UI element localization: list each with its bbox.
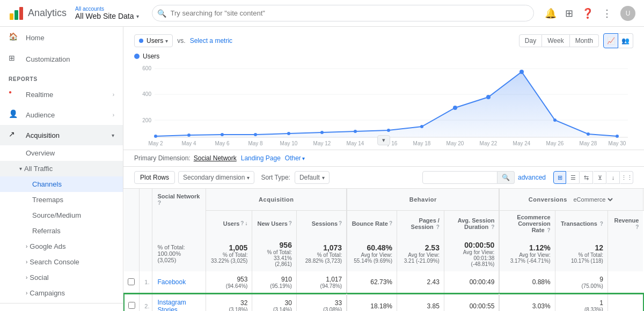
search-wrapper: 🔍 bbox=[152, 5, 535, 21]
chevron-right-icon3: › bbox=[26, 243, 27, 249]
filter-icon[interactable]: ⊻ bbox=[594, 171, 606, 184]
chart-expand-btn[interactable]: ▾ bbox=[377, 135, 390, 145]
network-help-icon[interactable]: ? bbox=[158, 199, 162, 206]
sidebar-leaf-treemaps[interactable]: Treemaps bbox=[0, 192, 123, 208]
secondary-dim-button[interactable]: Secondary dimension ▾ bbox=[178, 171, 254, 184]
metric-dot bbox=[139, 39, 143, 43]
avg-session-header[interactable]: Avg. SessionDuration ? bbox=[444, 210, 499, 236]
view-week-button[interactable]: Week bbox=[542, 34, 569, 47]
download-icon[interactable]: ↓ bbox=[607, 171, 620, 184]
view-day-button[interactable]: Day bbox=[519, 34, 542, 47]
search-input[interactable] bbox=[152, 5, 535, 21]
chevron-right-icon5: › bbox=[26, 275, 27, 280]
sidebar-item-campaigns[interactable]: › Campaigns bbox=[0, 285, 123, 301]
row2-revenue bbox=[608, 294, 643, 312]
metric-button[interactable]: Users ▾ bbox=[134, 34, 173, 47]
table-search-button[interactable]: 🔍 bbox=[497, 171, 515, 184]
select-metric-link[interactable]: Select a metric bbox=[190, 37, 232, 45]
table-wrapper: Social Network ? Acquisition Behavior Co… bbox=[123, 189, 644, 311]
new-users-help-icon[interactable]: ? bbox=[289, 220, 292, 226]
total-sessions-pct: % of Total: 28.82% (3,723) bbox=[301, 252, 342, 264]
ecom-rate-help-icon[interactable]: ? bbox=[547, 227, 551, 233]
checkbox-1[interactable] bbox=[128, 278, 135, 285]
dim-landing-page[interactable]: Landing Page bbox=[241, 154, 281, 162]
col-num-header bbox=[139, 189, 152, 210]
sidebar-item-all-traffic[interactable]: ▾ All Traffic bbox=[0, 161, 123, 176]
sidebar-leaf-source-medium[interactable]: Source/Medium bbox=[0, 208, 123, 223]
table-settings-icon[interactable]: ⋮⋮ bbox=[620, 171, 633, 184]
sidebar-item-google-ads[interactable]: › Google Ads bbox=[0, 239, 123, 254]
sidebar-item-acquisition[interactable]: ↗ Acquisition ▾ bbox=[0, 125, 123, 145]
sidebar-item-attribution[interactable]: ↗ Attribution BETA bbox=[0, 303, 123, 311]
view-month-button[interactable]: Month bbox=[570, 34, 599, 47]
sessions-help-icon[interactable]: ? bbox=[339, 220, 342, 226]
other-dropdown[interactable]: Other ▾ bbox=[285, 154, 305, 162]
ecom-rate-col-label: EcommerceConversionRate bbox=[517, 214, 550, 233]
sidebar-leaf-referrals[interactable]: Referrals bbox=[0, 223, 123, 239]
sidebar-item-customization[interactable]: ⊞ Customization bbox=[0, 48, 123, 70]
sidebar-item-social[interactable]: › Social bbox=[0, 270, 123, 285]
property-dropdown-icon[interactable]: ▾ bbox=[136, 13, 139, 19]
svg-text:400: 400 bbox=[142, 91, 151, 97]
advanced-link[interactable]: advanced bbox=[518, 174, 546, 181]
chart-view-buttons: Day Week Month 📈 👥 bbox=[519, 33, 633, 48]
audience-icon: 👤 bbox=[9, 109, 19, 120]
sidebar-item-realtime[interactable]: ● Realtime › bbox=[0, 84, 123, 105]
list-view-icon[interactable]: ☰ bbox=[567, 171, 580, 184]
checkbox-2[interactable] bbox=[128, 302, 135, 309]
transactions-header[interactable]: Transactions ? bbox=[555, 210, 608, 236]
sidebar-leaf-overview[interactable]: Overview bbox=[0, 145, 123, 161]
revenue-header[interactable]: Revenue ? bbox=[608, 210, 643, 236]
total-new-users: 956 bbox=[257, 241, 292, 249]
breadcrumb-parent[interactable]: All accounts bbox=[75, 6, 138, 12]
ecom-rate-header[interactable]: EcommerceConversionRate ? bbox=[499, 210, 555, 236]
sort-type-button[interactable]: Default ▾ bbox=[295, 171, 330, 184]
help-icon[interactable]: ❓ bbox=[582, 8, 594, 19]
compare-icon[interactable]: ⇆ bbox=[580, 171, 593, 184]
total-ecom-view: Avg for View: 3.17% (-64.71%) bbox=[504, 252, 550, 264]
pages-header[interactable]: Pages /Session ? bbox=[397, 210, 444, 236]
new-users-header[interactable]: New Users ? bbox=[252, 210, 297, 236]
table-search-input[interactable] bbox=[422, 171, 497, 184]
property-name[interactable]: All Web Site Data bbox=[75, 12, 134, 20]
bell-icon[interactable]: 🔔 bbox=[545, 8, 557, 19]
users-help-icon[interactable]: ? bbox=[240, 220, 244, 226]
row2-checkbox[interactable] bbox=[124, 294, 139, 312]
avg-session-help-icon[interactable]: ? bbox=[491, 224, 494, 230]
network-col-label: Social Network bbox=[158, 193, 200, 199]
revenue-help-icon[interactable]: ? bbox=[635, 224, 639, 230]
more-vert-icon[interactable]: ⋮ bbox=[602, 8, 612, 19]
svg-point-23 bbox=[587, 132, 590, 136]
apps-icon[interactable]: ⊞ bbox=[565, 8, 573, 19]
row1-avg-session: 00:00:49 bbox=[444, 271, 499, 294]
sidebar-item-home[interactable]: 🏠 Home bbox=[0, 27, 123, 48]
svg-point-15 bbox=[320, 131, 324, 134]
grid-view-icon[interactable]: ⊞ bbox=[553, 171, 566, 184]
conversions-dropdown[interactable]: eCommerce bbox=[572, 196, 614, 203]
transactions-help-icon[interactable]: ? bbox=[600, 221, 603, 227]
pages-help-icon[interactable]: ? bbox=[436, 224, 440, 230]
row2-network-link[interactable]: Instagram Stories bbox=[158, 299, 186, 312]
sidebar-item-audience[interactable]: 👤 Audience › bbox=[0, 105, 123, 125]
row1-sessions-pct: (94.78%) bbox=[301, 283, 342, 289]
bar-chart-icon[interactable]: 👥 bbox=[618, 33, 633, 48]
line-chart-icon[interactable]: 📈 bbox=[603, 33, 618, 48]
total-transactions: 12 bbox=[560, 243, 603, 252]
network-header bbox=[152, 210, 206, 236]
avatar[interactable]: U bbox=[620, 6, 635, 21]
svg-text:May 30: May 30 bbox=[609, 140, 626, 146]
bounce-header[interactable]: Bounce Rate ? bbox=[347, 210, 397, 236]
table-view-icons: ⊞ ☰ ⇆ ⊻ ↓ ⋮⋮ bbox=[553, 171, 633, 184]
sessions-header[interactable]: Sessions ? bbox=[296, 210, 347, 236]
dim-social-network[interactable]: Social Network bbox=[194, 154, 237, 162]
bounce-help-icon[interactable]: ? bbox=[389, 220, 392, 226]
app-title: Analytics bbox=[28, 8, 67, 19]
col-revenue-header bbox=[643, 189, 643, 210]
sidebar-leaf-channels[interactable]: Channels bbox=[0, 176, 123, 192]
col-acquisition-header: Acquisition bbox=[206, 189, 347, 210]
users-header[interactable]: Users ? ↓ bbox=[206, 210, 252, 236]
plot-rows-button[interactable]: Plot Rows bbox=[134, 171, 175, 184]
row1-network-link[interactable]: Facebook bbox=[158, 278, 186, 286]
sidebar-item-search-console[interactable]: › Search Console bbox=[0, 254, 123, 270]
row1-checkbox[interactable] bbox=[124, 271, 139, 294]
